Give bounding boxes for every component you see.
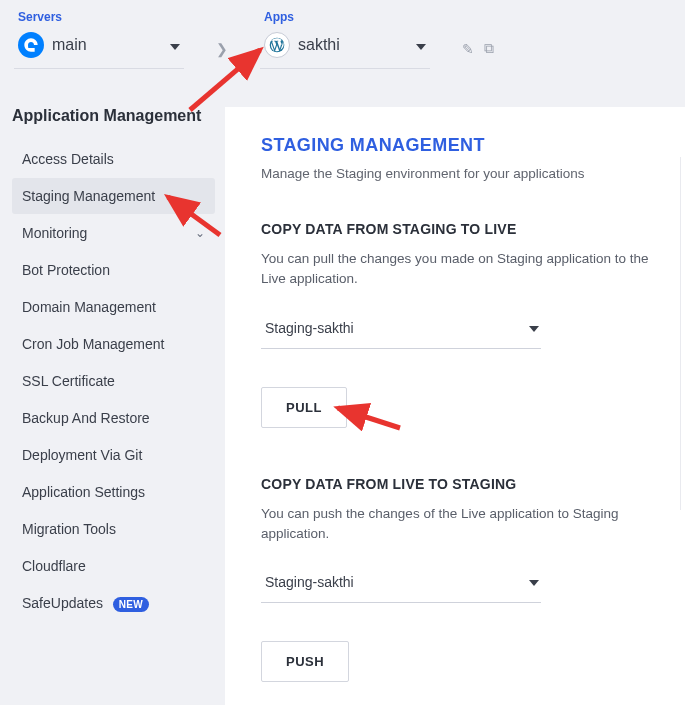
push-button[interactable]: PUSH (261, 641, 349, 682)
sidebar-item-label: Access Details (22, 151, 114, 167)
caret-down-icon (416, 36, 426, 54)
select-value: Staging-sakthi (265, 574, 354, 590)
page-subtitle: Manage the Staging environment for your … (261, 166, 649, 181)
sidebar-item-backup-restore[interactable]: Backup And Restore (12, 400, 215, 436)
sidebar-item-label: Cloudflare (22, 558, 86, 574)
sidebar-item-domain-management[interactable]: Domain Management (12, 289, 215, 325)
app-name: sakthi (298, 36, 340, 54)
caret-down-icon (170, 36, 180, 54)
section-title-live-to-staging: COPY DATA FROM LIVE TO STAGING (261, 476, 649, 492)
wordpress-icon (264, 32, 290, 58)
sidebar-title: Application Management (12, 107, 215, 125)
server-selector[interactable]: Servers main (14, 10, 184, 69)
caret-down-icon (529, 575, 539, 589)
sidebar-item-label: Deployment Via Git (22, 447, 142, 463)
chevron-down-icon: ⌄ (195, 226, 205, 240)
sidebar-item-monitoring[interactable]: Monitoring ⌄ (12, 215, 215, 251)
pull-button[interactable]: PULL (261, 387, 347, 428)
digitalocean-icon (18, 32, 44, 58)
select-value: Staging-sakthi (265, 320, 354, 336)
edit-icon[interactable]: ✎ (462, 41, 474, 57)
sidebar-item-cloudflare[interactable]: Cloudflare (12, 548, 215, 584)
divider (680, 157, 681, 510)
main-panel: STAGING MANAGEMENT Manage the Staging en… (225, 107, 685, 705)
sidebar-item-staging-management[interactable]: Staging Management (12, 178, 215, 214)
app-actions: ✎ ⧉ (462, 28, 494, 69)
topbar: Servers main ❯ Apps sakthi ✎ ⧉ (0, 0, 685, 69)
sidebar: Application Management Access Details St… (0, 107, 225, 705)
sidebar-item-application-settings[interactable]: Application Settings (12, 474, 215, 510)
page-heading: STAGING MANAGEMENT (261, 135, 649, 156)
sidebar-item-label: SafeUpdates (22, 595, 103, 611)
sidebar-item-migration-tools[interactable]: Migration Tools (12, 511, 215, 547)
sidebar-item-label: Domain Management (22, 299, 156, 315)
sidebar-item-safeupdates[interactable]: SafeUpdates NEW (12, 585, 215, 621)
new-badge: NEW (113, 597, 149, 612)
staging-select-2[interactable]: Staging-sakthi (261, 566, 541, 603)
servers-label: Servers (14, 10, 184, 24)
server-name: main (52, 36, 87, 54)
section-desc-live-to-staging: You can push the changes of the Live app… (261, 504, 649, 545)
sidebar-item-label: Bot Protection (22, 262, 110, 278)
app-selector[interactable]: Apps sakthi (260, 10, 430, 69)
caret-down-icon (529, 321, 539, 335)
sidebar-item-label: Cron Job Management (22, 336, 164, 352)
sidebar-item-label: Backup And Restore (22, 410, 150, 426)
section-title-staging-to-live: COPY DATA FROM STAGING TO LIVE (261, 221, 649, 237)
apps-label: Apps (260, 10, 430, 24)
sidebar-item-label: Staging Management (22, 188, 155, 204)
sidebar-item-label: Application Settings (22, 484, 145, 500)
staging-select-1[interactable]: Staging-sakthi (261, 312, 541, 349)
sidebar-item-cron-job-management[interactable]: Cron Job Management (12, 326, 215, 362)
sidebar-item-access-details[interactable]: Access Details (12, 141, 215, 177)
sidebar-item-label: SSL Certificate (22, 373, 115, 389)
sidebar-item-bot-protection[interactable]: Bot Protection (12, 252, 215, 288)
sidebar-item-deployment-git[interactable]: Deployment Via Git (12, 437, 215, 473)
sidebar-item-label: Monitoring (22, 225, 87, 241)
section-desc-staging-to-live: You can pull the changes you made on Sta… (261, 249, 649, 290)
sidebar-item-ssl-certificate[interactable]: SSL Certificate (12, 363, 215, 399)
breadcrumb-chevron-icon: ❯ (216, 41, 228, 57)
sidebar-item-label: Migration Tools (22, 521, 116, 537)
external-link-icon[interactable]: ⧉ (484, 40, 494, 57)
